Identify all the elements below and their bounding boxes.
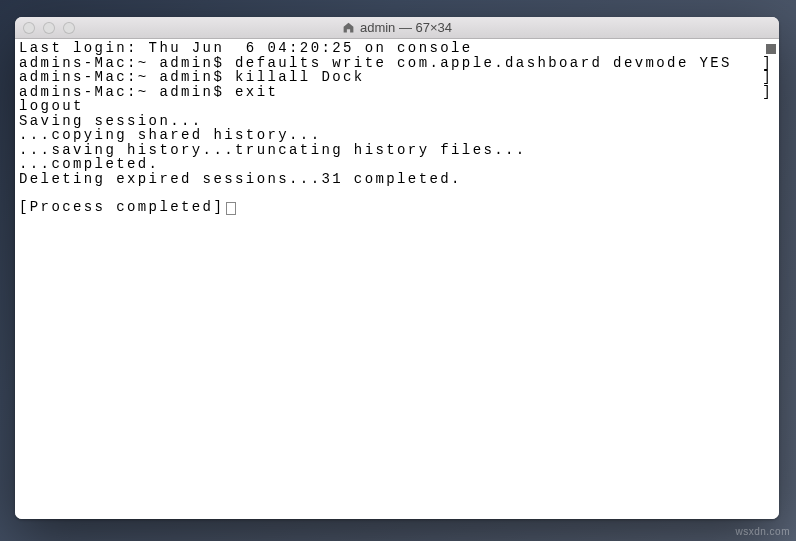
terminal-line: admins-Mac:~ admin$ exit: [19, 85, 775, 100]
zoom-button[interactable]: [63, 22, 75, 34]
titlebar[interactable]: admin — 67×34: [15, 17, 779, 39]
terminal-line: Deleting expired sessions...31 completed…: [19, 172, 775, 187]
continuation-marker: ]: [762, 70, 773, 85]
window-title-text: admin — 67×34: [360, 20, 452, 35]
minimize-button[interactable]: [43, 22, 55, 34]
terminal-window: admin — 67×34 Last login: Thu Jun 6 04:2…: [15, 17, 779, 519]
window-title: admin — 67×34: [15, 20, 779, 35]
terminal-line: admins-Mac:~ admin$ defaults write com.a…: [19, 56, 775, 71]
home-icon: [342, 21, 355, 34]
cursor-icon: [226, 202, 236, 215]
close-button[interactable]: [23, 22, 35, 34]
terminal-process-completed: [Process completed]: [19, 200, 775, 215]
terminal-line: logout: [19, 99, 775, 114]
terminal-line: admins-Mac:~ admin$ killall Dock: [19, 70, 775, 85]
terminal-output[interactable]: Last login: Thu Jun 6 04:20:25 on consol…: [15, 39, 779, 519]
terminal-line: ...copying shared history...: [19, 128, 775, 143]
terminal-line: ...saving history...truncating history f…: [19, 143, 775, 158]
watermark: wsxdn.com: [735, 526, 790, 537]
terminal-line: Saving session...: [19, 114, 775, 129]
scrollbar[interactable]: [766, 44, 776, 54]
terminal-line: Last login: Thu Jun 6 04:20:25 on consol…: [19, 41, 775, 56]
traffic-lights: [23, 22, 75, 34]
terminal-line: ...completed.: [19, 157, 775, 172]
continuation-marker: ]: [762, 85, 773, 100]
